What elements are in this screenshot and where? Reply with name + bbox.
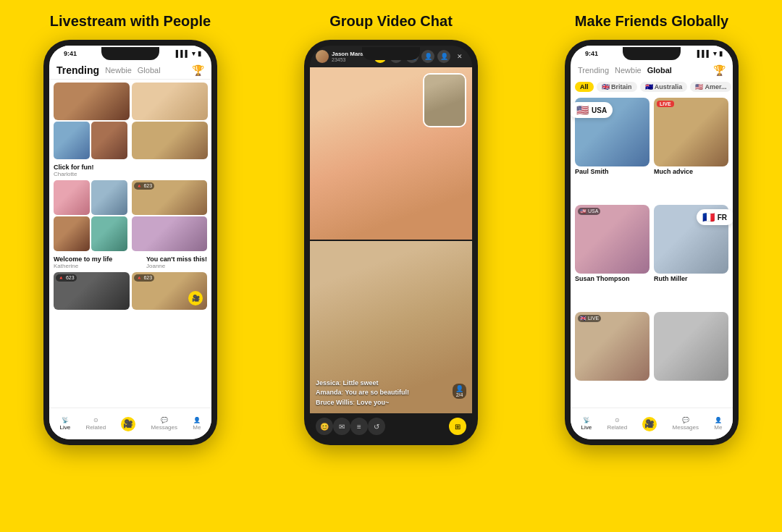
chat-msg-2: Amanda: You are so beautiful! <box>316 388 466 398</box>
tab3-global[interactable]: Global <box>647 66 672 75</box>
signal-icon-3: ▌▌▌ <box>697 50 711 57</box>
mid-cell-4[interactable] <box>91 216 127 251</box>
view-count-3: 🔺 623 <box>134 274 155 282</box>
panel3-title: Make Friends Globally <box>575 13 728 30</box>
bot-cell-2[interactable]: 🔺 623 🎥 <box>132 272 208 310</box>
viewer-badge: 👤 2/4 <box>453 384 466 399</box>
battery-icon-3: ▮ <box>719 50 723 57</box>
gb-badge: 🇬🇧 LIVE <box>578 315 601 322</box>
phone-2: Jason Mara... 23453 ＋ 👤 👤 👤 👤 ✕ <box>304 40 478 445</box>
filter-australia[interactable]: 🇦🇺 Australia <box>640 82 688 92</box>
pip-overlay <box>423 73 466 127</box>
live-icon-3: 📡 <box>583 417 590 423</box>
notch-2 <box>362 47 420 60</box>
video-bottom: Jessica: Little sweet Amanda: You are so… <box>310 241 472 413</box>
filter-america[interactable]: 🇺🇸 Amer... <box>690 82 731 92</box>
live-icon: 📡 <box>62 417 69 423</box>
tab-global[interactable]: Global <box>138 66 161 75</box>
panel1-title: Livestream with People <box>50 13 211 30</box>
view-count-1: 🔺 623 <box>134 182 155 190</box>
fr-badge: 🇫🇷 FR <box>697 209 733 225</box>
nav-me-3[interactable]: 👤 Me <box>714 417 722 431</box>
panel-livestream: Livestream with People 9:41 ▌▌▌ ▾ ▮ Tren… <box>0 0 261 532</box>
messages-icon: 💬 <box>161 417 168 423</box>
friend-card-5[interactable]: 🇬🇧 LIVE <box>575 312 649 405</box>
mid-cell-1[interactable] <box>54 180 90 215</box>
camera-overlay[interactable]: 🎥 <box>188 291 203 305</box>
mid-cell-3[interactable] <box>54 216 90 251</box>
featured-cell-3[interactable] <box>91 122 127 159</box>
close-btn[interactable]: ✕ <box>453 50 466 63</box>
menu-btn[interactable]: ≡ <box>350 418 368 435</box>
usa-flag: 🇺🇸 <box>576 104 589 116</box>
me-icon-3: 👤 <box>715 417 722 423</box>
nav-camera-1[interactable]: 🎥 <box>121 417 135 431</box>
phone3-header: Trending Newbie Global 🏆 <box>571 62 733 79</box>
usa-small-badge: 🇺🇸 USA <box>578 208 600 215</box>
usa-badge: 🇺🇸 USA <box>571 102 613 118</box>
nav-related-1[interactable]: ⊙ Related <box>86 417 106 431</box>
p3[interactable]: 👤 <box>437 50 450 63</box>
phone-3: 9:41 ▌▌▌ ▾ ▮ Trending Newbie Global 🏆 Al… <box>565 40 739 445</box>
mid-cell-right-2[interactable] <box>132 216 208 251</box>
phone-1: 9:41 ▌▌▌ ▾ ▮ Trending Newbie Global 🏆 <box>43 40 217 445</box>
nav-live-3[interactable]: 📡 Live <box>581 417 592 431</box>
filter-row: All 🇬🇧 Britain 🇦🇺 Australia 🇺🇸 Amer... ∨ <box>571 79 733 95</box>
tab3-newbie[interactable]: Newbie <box>615 66 642 75</box>
friend-card-paul[interactable]: 🇺🇸 USA Paul Smith <box>575 98 649 200</box>
nav-related-3[interactable]: ⊙ Related <box>607 417 628 431</box>
chat-overlay: Jessica: Little sweet Amanda: You are so… <box>316 379 466 408</box>
featured-sub-row <box>54 122 130 159</box>
nav-camera-3[interactable]: 🎥 <box>642 417 657 431</box>
paul-name: Paul Smith <box>575 166 649 177</box>
mid-cell-right-1[interactable]: 🔺 623 <box>132 180 208 215</box>
tab3-trending[interactable]: Trending <box>578 66 609 75</box>
video-camera-btn[interactable]: ⊞ <box>449 418 466 435</box>
time-1: 9:41 <box>64 50 77 57</box>
status-icons-1: ▌▌▌ ▾ ▮ <box>176 50 201 57</box>
related-icon-3: ⊙ <box>615 417 620 423</box>
nav-messages-3[interactable]: 💬 Messages <box>673 417 699 431</box>
nav-messages-1[interactable]: 💬 Messages <box>151 417 177 431</box>
video-main: Jessica: Little sweet Amanda: You are so… <box>310 67 472 413</box>
mail-btn[interactable]: ✉ <box>333 418 350 435</box>
phone-1-screen: 9:41 ▌▌▌ ▾ ▮ Trending Newbie Global 🏆 <box>49 46 211 439</box>
time-3: 9:41 <box>585 50 598 57</box>
host-avatar <box>316 50 329 63</box>
friend-card-6[interactable] <box>654 312 728 405</box>
mid-cell-2[interactable] <box>91 180 127 215</box>
refresh-btn[interactable]: ↺ <box>368 418 385 435</box>
featured-left <box>54 83 130 159</box>
trophy-icon: 🏆 <box>192 64 204 76</box>
friend-card-ruth[interactable]: 🇫🇷 FR Ruth Miller <box>654 205 728 308</box>
friend-card-advice[interactable]: LIVE Much advice <box>654 98 728 200</box>
featured-cell-4[interactable] <box>132 83 208 120</box>
p2[interactable]: 👤 <box>421 50 434 63</box>
wifi-icon-3: ▾ <box>713 50 717 57</box>
mid-row2 <box>54 216 130 251</box>
video-top <box>310 67 472 240</box>
featured-cell-5[interactable] <box>132 122 208 159</box>
filter-all[interactable]: All <box>575 82 594 92</box>
filter-britain[interactable]: 🇬🇧 Britain <box>597 82 637 92</box>
notch-3 <box>623 47 681 60</box>
featured-cell-2[interactable] <box>54 122 90 159</box>
friend-card-susan[interactable]: 🇺🇸 USA Susan Thompson <box>575 205 649 308</box>
featured-section <box>54 83 207 159</box>
signal-icon: ▌▌▌ <box>176 50 190 57</box>
featured-right <box>132 83 208 159</box>
bottom-nav-3: 📡 Live ⊙ Related 🎥 💬 Messages 👤 Me <box>571 408 733 439</box>
featured-cell-1[interactable] <box>54 83 130 120</box>
emoji-btn[interactable]: 😊 <box>316 418 333 435</box>
bottom-nav-1: 📡 Live ⊙ Related 🎥 💬 Messages 👤 Me <box>49 408 211 439</box>
mid-left-col <box>54 180 130 251</box>
phone-2-screen: Jason Mara... 23453 ＋ 👤 👤 👤 👤 ✕ <box>310 46 472 439</box>
bot-cell-1[interactable]: 🔺 623 <box>54 272 130 310</box>
nav-me-1[interactable]: 👤 Me <box>193 417 201 431</box>
nav-live-1[interactable]: 📡 Live <box>60 417 71 431</box>
phone1-content: Click for fun! Charlotte <box>49 80 211 408</box>
stream-label-1: Click for fun! Charlotte <box>54 162 207 177</box>
ruth-name: Ruth Miller <box>654 274 728 284</box>
tab-newbie[interactable]: Newbie <box>105 66 132 75</box>
mid-row1 <box>54 180 130 215</box>
